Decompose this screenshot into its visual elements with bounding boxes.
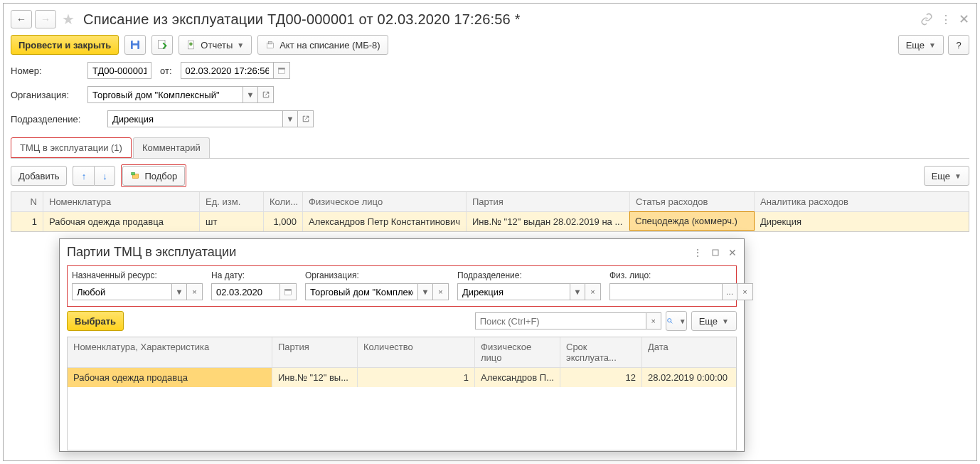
svg-rect-7	[269, 41, 272, 44]
popup-table: Номенклатура, Характеристика Партия Коли…	[67, 337, 737, 450]
more-button[interactable]: Еще▼	[898, 35, 944, 55]
filter-person-input[interactable]	[609, 283, 722, 300]
from-label: от:	[160, 65, 172, 76]
kebab-menu-icon[interactable]: ⋮	[940, 13, 952, 26]
date-input[interactable]	[181, 62, 273, 79]
number-label: Номер:	[11, 65, 82, 76]
page-title: Списание из эксплуатации ТД00-000001 от …	[83, 11, 521, 28]
tab-tmc[interactable]: ТМЦ в эксплуатации (1)	[11, 137, 132, 158]
svg-rect-2	[133, 46, 138, 49]
popup-title: Партии ТМЦ в эксплуатации	[67, 245, 236, 260]
col-nom[interactable]: Номенклатура	[43, 192, 200, 211]
col-part[interactable]: Партия	[467, 192, 630, 211]
col-kol[interactable]: Коли...	[264, 192, 303, 211]
subdiv-dropdown-icon[interactable]: ▼	[282, 110, 298, 127]
clear-icon[interactable]: ×	[585, 283, 601, 300]
table-more-button[interactable]: Еще▼	[924, 166, 969, 186]
calendar-icon[interactable]	[279, 283, 297, 300]
chevron-down-icon: ▼	[237, 41, 244, 49]
main-table: N Номенклатура Ед. изм. Коли... Физическ…	[11, 191, 969, 232]
col-stat[interactable]: Статья расходов	[630, 192, 755, 211]
search-input[interactable]	[475, 312, 646, 329]
popup-close-icon[interactable]: ✕	[728, 247, 737, 258]
col-n[interactable]: N	[11, 192, 43, 211]
act-button[interactable]: Акт на списание (МБ-8)	[257, 35, 388, 55]
svg-point-5	[189, 43, 193, 46]
search-button[interactable]: ▼	[666, 311, 687, 331]
reports-button[interactable]: Отчеты ▼	[179, 35, 252, 55]
link-icon[interactable]	[920, 13, 933, 26]
table-row[interactable]: 1 Рабочая одежда продавца шт 1,000 Алекс…	[11, 212, 969, 231]
nav-forward-button[interactable]: →	[35, 10, 56, 28]
number-input[interactable]	[87, 62, 151, 79]
select-button[interactable]: Выбрать	[67, 311, 124, 331]
dropdown-icon[interactable]: ▼	[570, 283, 585, 300]
filter-date-input[interactable]	[211, 283, 279, 300]
svg-rect-14	[285, 290, 292, 291]
favorite-star-icon[interactable]: ★	[62, 11, 75, 28]
filter-subdiv-input[interactable]	[457, 283, 570, 300]
svg-rect-12	[713, 250, 718, 255]
expense-item-cell: Спецодежда (коммерч.)	[629, 211, 755, 231]
org-label: Организация:	[11, 90, 82, 100]
svg-point-15	[667, 319, 671, 322]
filter-resource-input[interactable]	[72, 283, 171, 300]
clear-icon[interactable]: ×	[433, 283, 449, 300]
popup-window: Партии ТМЦ в эксплуатации ⋮ ✕ Назначенны…	[59, 238, 745, 452]
popup-filters: Назначенный ресурс: ▼ × На дату: Организ…	[67, 265, 737, 307]
popup-maximize-icon[interactable]	[711, 248, 720, 257]
clear-search-icon[interactable]: ×	[646, 312, 661, 329]
close-icon[interactable]: ✕	[959, 11, 969, 27]
tab-comment[interactable]: Комментарий	[133, 137, 210, 158]
org-dropdown-icon[interactable]: ▼	[243, 86, 258, 103]
clear-icon[interactable]: ×	[187, 283, 203, 300]
svg-rect-9	[278, 68, 284, 70]
clear-icon[interactable]: ×	[737, 283, 753, 300]
post-and-close-button[interactable]: Провести и закрыть	[11, 35, 119, 55]
popup-more-button[interactable]: Еще▼	[691, 311, 737, 331]
subdiv-label: Подразделение:	[11, 114, 102, 125]
subdiv-input[interactable]	[107, 110, 282, 127]
dropdown-icon[interactable]: ▼	[417, 283, 433, 300]
col-fiz[interactable]: Физическое лицо	[303, 192, 467, 211]
org-open-icon[interactable]	[258, 86, 274, 103]
pick-button[interactable]: Подбор	[122, 166, 185, 186]
dropdown-icon[interactable]: ▼	[171, 283, 187, 300]
save-button[interactable]	[124, 35, 146, 55]
help-button[interactable]: ?	[948, 35, 969, 55]
select-icon[interactable]: …	[722, 283, 737, 300]
post-button[interactable]	[151, 35, 173, 55]
move-down-button[interactable]: ↓	[94, 166, 115, 186]
calendar-icon[interactable]	[273, 62, 290, 79]
col-anal[interactable]: Аналитика расходов	[755, 192, 969, 211]
org-input[interactable]	[87, 86, 243, 103]
nav-back-button[interactable]: ←	[11, 10, 32, 28]
table-row[interactable]: Рабочая одежда продавца Инв.№ "12" вы...…	[68, 368, 736, 387]
filter-org-input[interactable]	[305, 283, 417, 300]
move-up-button[interactable]: ↑	[73, 166, 94, 186]
svg-rect-1	[133, 41, 138, 43]
add-button[interactable]: Добавить	[11, 166, 67, 186]
subdiv-open-icon[interactable]	[298, 110, 314, 127]
svg-rect-11	[132, 172, 135, 175]
popup-kebab-icon[interactable]: ⋮	[693, 247, 703, 258]
col-ed[interactable]: Ед. изм.	[200, 192, 264, 211]
